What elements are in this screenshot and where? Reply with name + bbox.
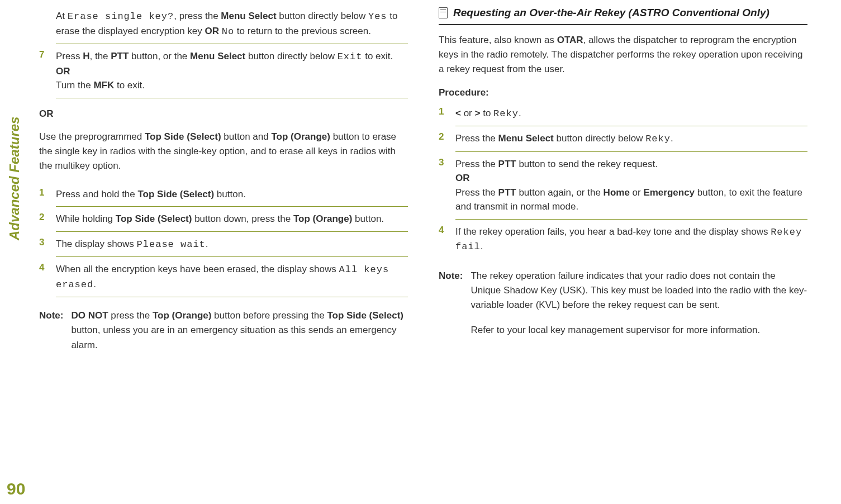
note-block: Note: The rekey operation failure indica… <box>439 269 807 337</box>
text: . <box>206 239 208 249</box>
text: Press <box>56 51 83 61</box>
step-number: 4 <box>439 225 449 254</box>
text: While holding <box>56 213 116 224</box>
section-heading: Requesting an Over-the-Air Rekey (ASTRO … <box>439 6 807 25</box>
text: button. <box>352 213 384 224</box>
text: or <box>630 187 644 198</box>
step-separator <box>455 219 807 220</box>
step-number: 4 <box>39 262 49 292</box>
text: Press and hold the <box>56 189 137 199</box>
step-separator <box>56 206 408 207</box>
text: Press the <box>455 187 498 198</box>
paragraph: Use the preprogrammed Top Side (Select) … <box>39 130 408 174</box>
step-number: 2 <box>39 212 49 226</box>
text: to exit. <box>114 80 145 91</box>
note-body: The rekey operation failure indicates th… <box>471 269 807 337</box>
step-separator <box>56 297 408 297</box>
bold-text: Top Side (Select) <box>145 131 221 142</box>
bold-text: DO NOT <box>71 310 108 321</box>
text: button to send the rekey request. <box>516 159 658 169</box>
bold-text: Top Side (Select) <box>327 310 403 321</box>
bold-text: PTT <box>498 187 516 198</box>
section-side-label: Advanced Features <box>7 117 22 240</box>
step-r2: 2 Press the Menu Select button directly … <box>439 128 807 150</box>
or-standalone: OR <box>39 108 408 120</box>
step-b4: 4 When all the encryption keys have been… <box>39 259 408 295</box>
bold-text: Emergency <box>643 187 695 198</box>
text: button and <box>221 131 272 142</box>
nav-right-key: > <box>475 108 481 118</box>
page-number: 90 <box>7 479 25 498</box>
bold-text: Home <box>604 187 630 198</box>
note-paragraph: The rekey operation failure indicates th… <box>471 269 807 313</box>
or-text: OR <box>56 66 70 77</box>
text: . <box>481 241 483 251</box>
text: button before pressing the <box>211 310 327 321</box>
step-r4: 4 If the rekey operation fails, you hear… <box>439 221 807 258</box>
step-separator <box>455 151 807 152</box>
note-label: Note: <box>439 269 463 337</box>
step-separator <box>56 44 408 44</box>
display-text: Reky <box>493 108 519 119</box>
bold-text: Menu Select <box>498 133 554 144</box>
step-6-continuation: At Erase single key?, press the Menu Sel… <box>39 6 408 42</box>
bold-text: Top (Orange) <box>271 131 330 142</box>
display-text: Reky <box>645 134 671 144</box>
note-body: DO NOT press the Top (Orange) button bef… <box>71 308 408 353</box>
bold-text: PTT <box>498 159 516 169</box>
text: button down, press the <box>192 213 293 224</box>
text: button, unless you are in an emergency s… <box>71 325 396 350</box>
step-7: 7 Press H, the PTT button, or the Menu S… <box>39 46 408 96</box>
text: This feature, also known as <box>439 35 557 45</box>
text: button directly below <box>554 133 645 144</box>
text: . <box>93 279 96 289</box>
display-text: Erase single key? <box>68 11 174 22</box>
text: button. <box>214 189 246 199</box>
left-column: At Erase single key?, press the Menu Sel… <box>39 6 408 353</box>
step-separator <box>56 98 408 98</box>
bold-text: Menu Select <box>221 11 276 21</box>
step-r1: 1 < or > to Reky. <box>439 103 807 125</box>
bold-text: Top Side (Select) <box>137 189 214 199</box>
text: , press the <box>174 11 221 21</box>
text: , the <box>89 51 111 61</box>
bold-text: PTT <box>111 51 129 61</box>
text: Press the <box>455 133 498 144</box>
step-separator <box>455 126 807 126</box>
home-key: H <box>83 51 89 61</box>
text: Use the preprogrammed <box>39 131 145 142</box>
step-b2: 2 While holding Top Side (Select) button… <box>39 208 408 230</box>
bold-text: Top (Orange) <box>293 213 352 224</box>
text: press the <box>108 310 153 321</box>
step-r3: 3 Press the PTT button to send the rekey… <box>439 154 807 217</box>
bold-text: Menu Select <box>190 51 245 61</box>
step-separator <box>56 256 408 257</box>
note-paragraph: Refer to your local key management super… <box>471 323 807 337</box>
step-b1: 1 Press and hold the Top Side (Select) b… <box>39 184 408 205</box>
text: When all the encryption keys have been e… <box>56 264 339 274</box>
step-number: 2 <box>439 131 449 146</box>
bold-text: OR <box>205 26 220 36</box>
display-text: No <box>222 26 234 37</box>
step-number: 3 <box>439 157 449 214</box>
text: Turn the <box>56 80 93 91</box>
right-column: Requesting an Over-the-Air Rekey (ASTRO … <box>439 6 807 353</box>
or-text: OR <box>455 173 470 183</box>
text: button directly below <box>277 11 368 21</box>
document-icon <box>439 7 448 18</box>
step-number: 1 <box>439 106 449 121</box>
step-number: 3 <box>39 237 49 252</box>
bold-text: OTAR <box>557 35 583 45</box>
heading-text: Requesting an Over-the-Air Rekey (ASTRO … <box>453 6 769 21</box>
text: or <box>461 108 475 118</box>
text: At <box>56 11 68 21</box>
step-number: 1 <box>39 187 49 202</box>
bold-text: Top Side (Select) <box>116 213 192 224</box>
text: . <box>671 133 673 144</box>
procedure-label: Procedure: <box>439 87 807 98</box>
text: button, or the <box>129 51 190 61</box>
text: to <box>480 108 493 118</box>
bold-text: Top (Orange) <box>153 310 211 321</box>
display-text: Please wait <box>137 239 206 250</box>
text: to return to the previous screen. <box>234 26 371 36</box>
